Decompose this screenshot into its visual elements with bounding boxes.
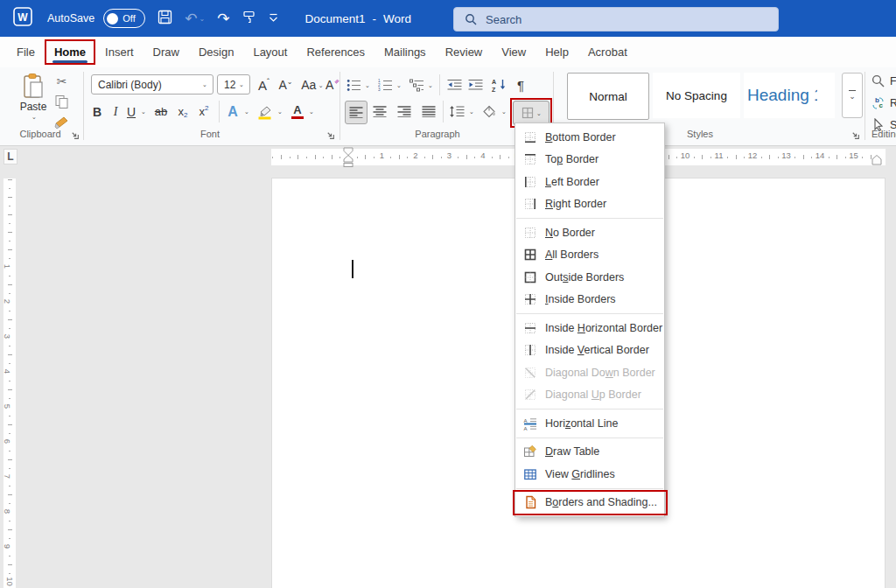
horizontal-ruler[interactable]: 123456789101112131415: [0, 146, 896, 168]
ruler-tick: [306, 157, 307, 158]
menu-separator: [516, 409, 663, 410]
vertical-ruler[interactable]: 12345678910: [4, 168, 16, 588]
menu-item-all-borders[interactable]: All Borders: [515, 244, 664, 267]
clear-formatting-button[interactable]: A: [326, 74, 340, 95]
multilevel-dropdown[interactable]: ⌄: [425, 74, 434, 95]
shading-dropdown[interactable]: ⌄: [499, 101, 508, 122]
numbering-button[interactable]: 123: [376, 74, 394, 95]
ruler-tick: [9, 433, 10, 434]
menu-item-right-border[interactable]: Right Border: [515, 193, 664, 216]
align-center-button[interactable]: [369, 101, 390, 122]
align-right-button[interactable]: [394, 101, 415, 122]
menu-item-label: Left Border: [545, 176, 599, 188]
save-button[interactable]: [158, 10, 172, 28]
ruler-tick: [8, 249, 12, 250]
multilevel-list-button[interactable]: [408, 74, 425, 95]
text-effects-dropdown[interactable]: ⌄: [242, 101, 250, 122]
shrink-font-button[interactable]: A⌄: [276, 74, 296, 95]
font-dialog-launcher[interactable]: [326, 130, 335, 140]
underline-button[interactable]: U: [124, 101, 138, 122]
ruler-tick: [492, 157, 493, 158]
styles-dialog-launcher[interactable]: [850, 130, 860, 140]
tab-view[interactable]: View: [492, 38, 536, 66]
align-left-button[interactable]: [345, 101, 368, 124]
tab-mailings[interactable]: Mailings: [374, 38, 436, 66]
highlight-dropdown[interactable]: ⌄: [275, 101, 284, 122]
paste-button[interactable]: Paste ⌄: [12, 73, 54, 125]
right-indent-marker[interactable]: [871, 155, 883, 165]
ruler-tick: [374, 157, 374, 158]
tab-design[interactable]: Design: [189, 38, 243, 66]
menu-item-outside-borders[interactable]: Outside Borders: [515, 266, 664, 289]
menu-item-left-border[interactable]: Left Border: [515, 171, 664, 193]
tab-layout[interactable]: Layout: [243, 38, 297, 66]
menu-item-draw-table[interactable]: Draw Table: [515, 441, 664, 464]
word-app-icon[interactable]: W: [12, 6, 33, 31]
bullets-button[interactable]: [345, 74, 362, 95]
italic-button[interactable]: I: [108, 101, 122, 122]
hanging-indent-marker[interactable]: [342, 155, 354, 167]
paint-bucket-icon: [482, 105, 497, 119]
subscript-button[interactable]: x2: [173, 101, 192, 122]
increase-indent-button[interactable]: [466, 74, 485, 95]
style-heading-1[interactable]: Heading 1: [744, 73, 835, 118]
borders-button[interactable]: ⌄: [513, 101, 550, 125]
menu-item-top-border[interactable]: Top Border: [515, 149, 664, 172]
strikethrough-button[interactable]: ab: [150, 101, 172, 122]
chevron-down-icon: ⌄: [32, 113, 37, 121]
bold-button[interactable]: B: [89, 101, 105, 122]
underline-dropdown[interactable]: ⌄: [138, 101, 147, 122]
grow-font-button[interactable]: Aˆ: [254, 74, 274, 95]
format-painter-button[interactable]: [242, 10, 256, 28]
font-name-combo[interactable]: Calibri (Body) ⌄: [91, 74, 214, 94]
bullets-dropdown[interactable]: ⌄: [362, 74, 371, 95]
highlight-button[interactable]: [256, 101, 275, 122]
shading-button[interactable]: [480, 101, 499, 122]
menu-item-no-border[interactable]: No Border: [515, 221, 664, 244]
tab-file[interactable]: File: [7, 38, 45, 66]
justify-button[interactable]: [418, 101, 439, 122]
find-button[interactable]: Find: [872, 74, 896, 88]
show-hide-paragraph-button[interactable]: ¶: [513, 74, 528, 95]
tab-draw[interactable]: Draw: [144, 38, 189, 66]
menu-item-bottom-border[interactable]: Bottom Border: [515, 126, 664, 149]
styles-gallery-more-button[interactable]: ⌄: [842, 73, 863, 118]
clipboard-dialog-launcher[interactable]: [70, 130, 80, 140]
ruler-tick: [9, 311, 10, 312]
autosave-toggle[interactable]: Off: [103, 9, 145, 28]
tab-references[interactable]: References: [297, 38, 374, 66]
menu-item-inside-vertical-border[interactable]: Inside Vertical Border: [515, 340, 664, 362]
menu-item-horizontal-line[interactable]: AAHorizontal Line: [515, 412, 664, 435]
font-color-dropdown[interactable]: ⌄: [306, 101, 315, 122]
style-no-spacing[interactable]: No Spacing: [653, 73, 740, 118]
font-size-combo[interactable]: 12 ⌄: [217, 74, 250, 94]
font-color-button[interactable]: A: [289, 101, 306, 122]
numbering-dropdown[interactable]: ⌄: [394, 74, 402, 95]
superscript-button[interactable]: x2: [194, 101, 214, 122]
menu-item-inside-borders[interactable]: Inside Borders: [515, 289, 664, 312]
replace-button[interactable]: bc Replace: [872, 96, 896, 109]
tab-help[interactable]: Help: [536, 38, 578, 66]
ruler-tick: [862, 157, 863, 158]
tab-insert[interactable]: Insert: [95, 38, 144, 66]
menu-item-diagonal-down-border: Diagonal Down Border: [515, 361, 664, 384]
decrease-indent-button[interactable]: [444, 74, 464, 95]
redo-button[interactable]: ↷: [217, 11, 229, 26]
tab-acrobat[interactable]: Acrobat: [578, 38, 637, 66]
sort-button[interactable]: AZ: [488, 74, 509, 95]
style-normal[interactable]: Normal: [567, 73, 649, 120]
tab-review[interactable]: Review: [436, 38, 493, 66]
line-spacing-button[interactable]: [447, 101, 466, 122]
text-effects-button[interactable]: A: [224, 101, 242, 122]
line-spacing-dropdown[interactable]: ⌄: [466, 101, 475, 122]
menu-item-inside-horizontal-border[interactable]: Inside Horizontal Border: [515, 317, 664, 340]
copy-button[interactable]: [54, 94, 69, 109]
search-box[interactable]: Search: [453, 7, 779, 32]
cut-button[interactable]: ✂: [57, 74, 67, 88]
change-case-button[interactable]: Aa⌄: [299, 74, 326, 95]
tab-home[interactable]: Home: [45, 38, 95, 66]
ruler-tick: [845, 157, 846, 158]
menu-item-borders-and-shading[interactable]: Borders and Shading...: [515, 492, 664, 514]
menu-item-view-gridlines[interactable]: View Gridlines: [515, 463, 664, 486]
customize-toolbar-button[interactable]: [269, 10, 278, 26]
